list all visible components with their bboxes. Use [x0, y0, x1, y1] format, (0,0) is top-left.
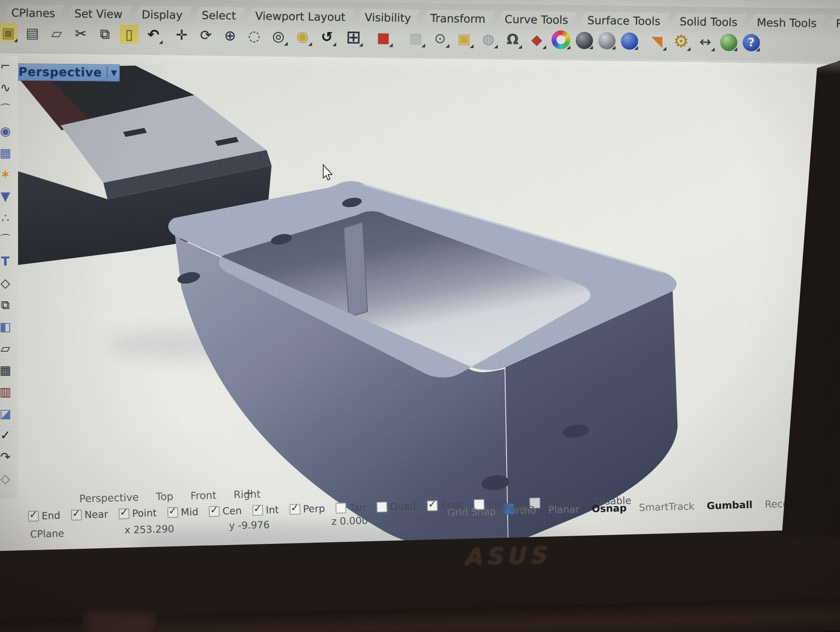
render-sphere-icon[interactable]	[621, 32, 638, 50]
zoom-icon[interactable]: ⊕	[221, 26, 240, 45]
lamp-icon[interactable]: ◍	[479, 29, 498, 48]
group-icon[interactable]: ⧉	[0, 295, 16, 316]
units-pane[interactable]: Millimeters	[413, 512, 468, 524]
diamond-icon[interactable]: ◇	[0, 273, 16, 295]
sphere-pair-icon[interactable]: ◉	[0, 121, 16, 143]
undo-view-icon[interactable]: ↺	[317, 27, 337, 46]
shaded-sphere-icon[interactable]	[575, 32, 593, 50]
explode-icon[interactable]: ✶	[0, 164, 16, 186]
osnap-label[interactable]: Point	[132, 507, 157, 520]
point-cloud-icon[interactable]: ∴	[0, 208, 16, 230]
zoom-selected-icon[interactable]: ◉	[293, 27, 313, 46]
arc-icon[interactable]: ⌒	[0, 99, 16, 121]
cone-icon[interactable]: ◥	[647, 32, 667, 51]
menu-tab[interactable]: Viewport Layout	[246, 7, 354, 27]
lock-icon[interactable]: Ω	[503, 30, 522, 49]
osnap-toggle[interactable]: Mid	[167, 506, 198, 518]
osnap-checkbox[interactable]	[289, 504, 300, 515]
zoom-extents-icon[interactable]: ◎	[269, 27, 288, 46]
help-icon[interactable]: ?	[742, 34, 760, 52]
status-toggle[interactable]: Osnap	[591, 502, 627, 515]
osnap-checkbox[interactable]	[71, 509, 82, 521]
osnap-label[interactable]: Near	[84, 509, 108, 521]
copy-icon[interactable]: ⧉	[96, 24, 115, 43]
trim-icon[interactable]: ◪	[0, 403, 16, 425]
menu-tab[interactable]: Render Tools	[827, 15, 840, 34]
export-page-icon[interactable]: ▱	[47, 24, 66, 43]
viewport-tab[interactable]: Perspective	[79, 491, 139, 505]
edit-point-icon[interactable]: ⌐	[0, 56, 16, 77]
menu-tab[interactable]: Surface Tools	[578, 12, 670, 31]
osnap-toggle[interactable]: Perp	[289, 503, 325, 515]
osnap-checkbox[interactable]	[427, 500, 438, 512]
osnap-checkbox[interactable]	[376, 502, 387, 513]
plane-icon[interactable]: ▱	[0, 338, 16, 360]
menu-tab[interactable]: Curve Tools	[495, 11, 577, 30]
menu-tab[interactable]: Select	[193, 7, 245, 25]
menu-tab[interactable]: CPlanes	[2, 4, 64, 23]
object-properties-icon[interactable]: ▣	[454, 29, 474, 48]
osnap-label[interactable]: End	[41, 510, 60, 522]
earth-icon[interactable]	[720, 34, 737, 51]
osnap-label[interactable]: Mid	[180, 506, 198, 518]
undo-icon[interactable]: ↶	[144, 25, 163, 44]
status-toggle[interactable]: Gumball	[707, 499, 753, 512]
print-icon[interactable]: ▤	[23, 23, 42, 43]
check-icon[interactable]: ✓	[0, 425, 16, 447]
osnap-checkbox[interactable]	[209, 506, 220, 517]
viewport-tab[interactable]: Top	[156, 490, 173, 502]
curve-icon[interactable]: ∿	[0, 77, 16, 99]
osnap-checkbox[interactable]	[252, 505, 263, 516]
cplane-pane[interactable]: CPlane	[30, 527, 64, 540]
viewport-title[interactable]: Perspective	[18, 65, 102, 80]
surface-patch-icon[interactable]: ▦	[0, 143, 16, 164]
array-icon[interactable]: ▦	[0, 360, 16, 382]
hidden-objects-icon[interactable]: ▦	[406, 28, 426, 48]
menu-tab[interactable]: Set View	[65, 5, 132, 24]
osnap-toggle[interactable]: Cen	[209, 505, 242, 517]
osnap-label[interactable]: Quad	[390, 500, 416, 513]
menu-tab[interactable]: Display	[132, 6, 192, 25]
project-point-icon[interactable]: ▼	[0, 186, 16, 208]
new-viewport-icon[interactable]: ✛	[244, 487, 253, 500]
status-toggle[interactable]: SmartTrack	[639, 500, 694, 514]
menu-tab[interactable]: Mesh Tools	[748, 14, 826, 33]
gear-icon[interactable]: ⚙	[671, 32, 691, 51]
cut-icon[interactable]: ✂	[71, 24, 91, 43]
osnap-checkbox[interactable]	[336, 502, 347, 514]
dimension-icon[interactable]: ↔	[696, 32, 715, 51]
osnap-toggle[interactable]: Point	[119, 507, 157, 520]
rotate-copy-icon[interactable]: ↷	[0, 447, 16, 468]
menu-tab[interactable]: Solid Tools	[671, 13, 746, 32]
rotate-view-icon[interactable]: ⟳	[196, 25, 216, 45]
text-icon[interactable]: T	[0, 251, 16, 273]
status-toggle[interactable]: Planar	[548, 504, 580, 516]
save-icon[interactable]: ▣	[0, 23, 18, 42]
osnap-label[interactable]: Tan	[349, 502, 366, 514]
osnap-toggle[interactable]: Near	[71, 509, 108, 521]
menu-tab[interactable]: Transform	[421, 10, 495, 29]
osnap-checkbox[interactable]	[167, 507, 178, 518]
osnap-label[interactable]: Int	[266, 504, 279, 516]
viewport-tab[interactable]: Front	[190, 489, 217, 502]
osnap-toggle[interactable]: Tan	[336, 502, 366, 514]
osnap-toggle[interactable]: End	[28, 510, 60, 522]
car-icon[interactable]: ■	[374, 28, 393, 47]
viewport-title-bar[interactable]: Perspective ▼	[12, 64, 120, 82]
color-wheel-icon[interactable]	[551, 30, 571, 50]
osnap-label[interactable]: Cen	[222, 505, 242, 517]
menu-tab[interactable]: Visibility	[356, 9, 420, 27]
status-toggle[interactable]: Record History	[765, 497, 837, 510]
layer-shield-icon[interactable]: ◆	[527, 30, 546, 49]
paste-icon[interactable]: ▯	[120, 25, 139, 44]
block-icon[interactable]: ▥	[0, 382, 16, 403]
chevron-down-icon[interactable]: ▼	[111, 68, 117, 77]
zoom-window-icon[interactable]: ◌	[245, 26, 264, 45]
osnap-label[interactable]: Perp	[303, 503, 325, 515]
rendered-sphere-icon[interactable]	[598, 32, 616, 50]
osnap-toggle[interactable]: Quad	[376, 500, 416, 513]
osnap-checkbox[interactable]	[119, 508, 130, 519]
viewport-layout-icon[interactable]: ⊞	[344, 27, 363, 47]
box-icon[interactable]: ◧	[0, 316, 16, 338]
osnap-toggle[interactable]: Int	[252, 504, 279, 516]
